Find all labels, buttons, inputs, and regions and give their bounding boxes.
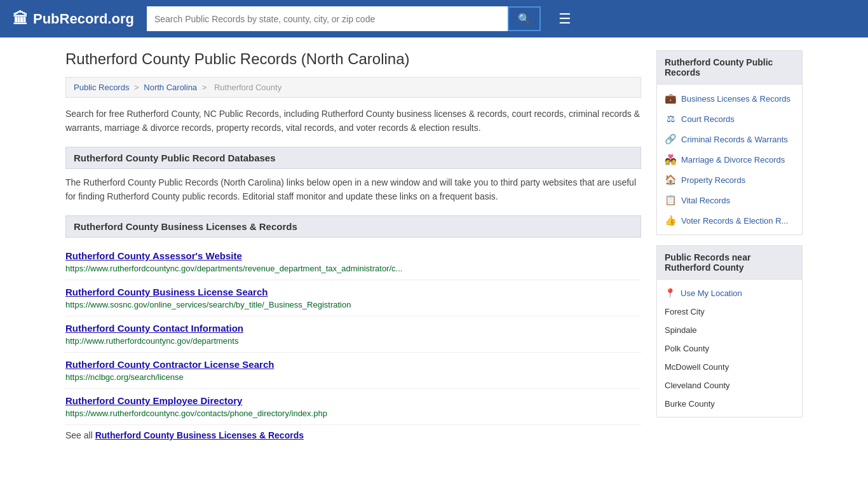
hamburger-icon: ☰ [559, 11, 571, 27]
nearby-polk-county[interactable]: Polk County [657, 339, 802, 358]
nearby-mcdowell-county[interactable]: McDowell County [657, 358, 802, 376]
record-employee: Rutherford County Employee Directory htt… [65, 389, 641, 425]
see-all-prefix: See all [65, 430, 95, 440]
sidebar-link-vital[interactable]: 📋 Vital Records [657, 190, 802, 210]
record-business-license: Rutherford County Business License Searc… [65, 280, 641, 316]
sidebar-link-court[interactable]: ⚖ Court Records [657, 109, 802, 129]
business-section: Rutherford County Business Licenses & Re… [65, 215, 641, 440]
sidebar-label-voter: Voter Records & Election R... [681, 216, 788, 226]
sidebar-link-business[interactable]: 💼 Business Licenses & Records [657, 88, 802, 109]
record-assessor-url[interactable]: https://www.rutherfordcountync.gov/depar… [65, 264, 402, 273]
breadcrumb: Public Records > North Carolina > Ruther… [65, 77, 641, 98]
record-business-license-url[interactable]: https://www.sosnc.gov/online_services/se… [65, 300, 351, 309]
search-icon: 🔍 [518, 13, 531, 24]
business-header: Rutherford County Business Licenses & Re… [65, 215, 641, 238]
nearby-content: 📍 Use My Location Forest City Spindale P… [657, 280, 802, 417]
record-contact-url[interactable]: http://www.rutherfordcountync.gov/depart… [65, 336, 238, 346]
sidebar-label-criminal: Criminal Records & Warrants [681, 135, 788, 144]
use-my-location-label: Use My Location [681, 288, 742, 298]
main-container: Rutherford County Public Records (North … [53, 37, 815, 464]
search-button[interactable]: 🔍 [508, 6, 541, 31]
search-input[interactable] [147, 6, 508, 31]
search-bar: 🔍 [147, 6, 541, 31]
voter-icon: 👍 [665, 215, 676, 226]
record-assessor: Rutherford County Assessor's Website htt… [65, 244, 641, 280]
nearby-box: Public Records near Rutherford County 📍 … [656, 245, 803, 417]
vital-icon: 📋 [665, 194, 676, 206]
court-icon: ⚖ [665, 113, 676, 125]
breadcrumb-sep-2: > [202, 83, 209, 92]
county-records-box: Rutherford County Public Records 💼 Busin… [656, 50, 803, 235]
see-all-link[interactable]: Rutherford County Business Licenses & Re… [95, 430, 304, 440]
databases-header: Rutherford County Public Record Database… [65, 147, 641, 169]
record-employee-url[interactable]: https://www.rutherfordcountync.gov/conta… [65, 409, 327, 418]
logo-icon: 🏛 [13, 10, 28, 28]
sidebar-label-marriage: Marriage & Divorce Records [681, 155, 785, 165]
county-records-links: 💼 Business Licenses & Records ⚖ Court Re… [657, 85, 802, 234]
business-icon: 💼 [665, 93, 676, 104]
site-logo[interactable]: 🏛 PubRecord.org [13, 10, 134, 28]
record-contractor-url[interactable]: https://nclbgc.org/search/license [65, 372, 184, 382]
record-business-license-link[interactable]: Rutherford County Business License Searc… [65, 287, 641, 297]
sidebar-label-business: Business Licenses & Records [681, 94, 790, 104]
breadcrumb-public-records[interactable]: Public Records [74, 83, 129, 92]
main-content: Rutherford County Public Records (North … [65, 50, 641, 452]
site-header: 🏛 PubRecord.org 🔍 ☰ [0, 0, 868, 37]
sidebar-label-vital: Vital Records [681, 196, 730, 205]
record-assessor-link[interactable]: Rutherford County Assessor's Website [65, 250, 641, 261]
logo-text: PubRecord.org [33, 11, 134, 27]
page-title: Rutherford County Public Records (North … [65, 50, 641, 68]
breadcrumb-rutherford: Rutherford County [214, 83, 281, 92]
sidebar-link-property[interactable]: 🏠 Property Records [657, 170, 802, 190]
record-contact: Rutherford County Contact Information ht… [65, 316, 641, 353]
property-icon: 🏠 [665, 174, 676, 186]
sidebar-label-property: Property Records [681, 175, 745, 185]
county-records-header: Rutherford County Public Records [657, 51, 802, 85]
sidebar-link-marriage[interactable]: 💑 Marriage & Divorce Records [657, 149, 802, 170]
criminal-icon: 🔗 [665, 133, 676, 145]
marriage-icon: 💑 [665, 154, 676, 165]
databases-section: Rutherford County Public Record Database… [65, 147, 641, 204]
sidebar-label-court: Court Records [681, 114, 735, 124]
menu-button[interactable]: ☰ [559, 11, 571, 27]
sidebar: Rutherford County Public Records 💼 Busin… [656, 50, 803, 452]
breadcrumb-sep-1: > [134, 83, 141, 92]
record-contractor: Rutherford County Contractor License Sea… [65, 353, 641, 389]
record-employee-link[interactable]: Rutherford County Employee Directory [65, 395, 641, 406]
use-my-location-link[interactable]: 📍 Use My Location [657, 283, 802, 302]
nearby-forest-city[interactable]: Forest City [657, 302, 802, 321]
sidebar-link-criminal[interactable]: 🔗 Criminal Records & Warrants [657, 129, 802, 149]
page-description: Search for free Rutherford County, NC Pu… [65, 107, 641, 135]
record-contractor-link[interactable]: Rutherford County Contractor License Sea… [65, 359, 641, 370]
nearby-header: Public Records near Rutherford County [657, 246, 802, 280]
breadcrumb-north-carolina[interactable]: North Carolina [144, 83, 197, 92]
nearby-cleveland-county[interactable]: Cleveland County [657, 376, 802, 395]
see-all: See all Rutherford County Business Licen… [65, 425, 641, 440]
record-contact-link[interactable]: Rutherford County Contact Information [65, 323, 641, 334]
nearby-spindale[interactable]: Spindale [657, 321, 802, 339]
sidebar-link-voter[interactable]: 👍 Voter Records & Election R... [657, 210, 802, 231]
databases-text: The Rutherford County Public Records (No… [65, 175, 641, 204]
nearby-burke-county[interactable]: Burke County [657, 395, 802, 413]
location-pin-icon: 📍 [665, 288, 675, 298]
